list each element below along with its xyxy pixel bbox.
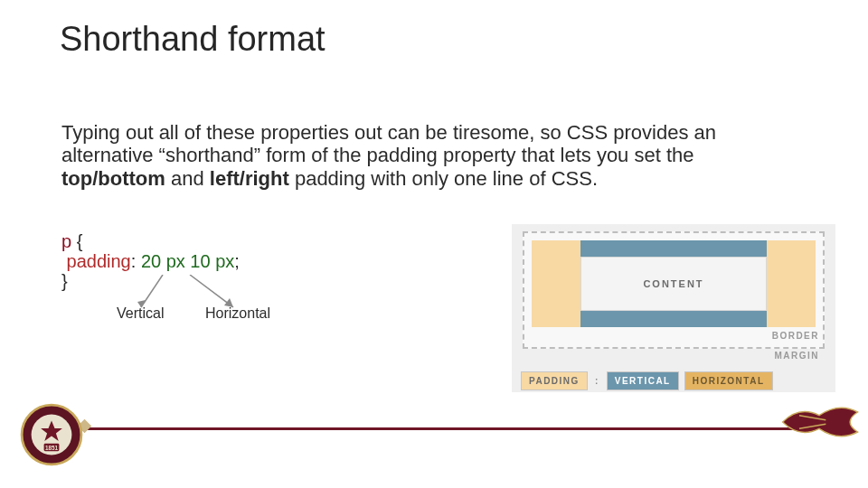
box-model-diagram: CONTENT BORDER MARGIN PADDING : VERTICAL… xyxy=(512,224,835,392)
paragraph-post: padding with only one line of CSS. xyxy=(289,167,598,190)
code-prop: padding xyxy=(67,251,131,271)
fsu-arrowhead-icon xyxy=(779,390,859,454)
label-border: BORDER xyxy=(772,331,819,341)
vertical-padding-bottom xyxy=(580,311,767,327)
legend-chip-vertical: VERTICAL xyxy=(607,371,679,390)
vertical-padding-top xyxy=(580,240,767,257)
paragraph-mid: and xyxy=(165,167,210,190)
code-close-brace: } xyxy=(61,271,68,291)
slide-title: Shorthand format xyxy=(60,20,326,59)
paragraph-bold-topbottom: top/bottom xyxy=(61,167,165,190)
legend-colon: : xyxy=(593,376,601,386)
code-value: 20 px 10 px xyxy=(141,251,234,271)
code-semicolon: ; xyxy=(234,251,240,271)
code-snippet: p { padding: 20 px 10 px; } xyxy=(61,231,240,291)
footer-divider xyxy=(83,427,794,430)
slide: Shorthand format Typing out all of these… xyxy=(0,0,868,488)
code-line-3: } xyxy=(61,271,240,291)
legend-chip-padding: PADDING xyxy=(521,371,588,390)
annotation-vertical: Vertical xyxy=(117,305,164,322)
legend: PADDING : VERTICAL HORIZONTAL xyxy=(521,371,826,390)
padding-box: CONTENT xyxy=(532,240,816,327)
paragraph-pre: Typing out all of these properties out c… xyxy=(61,121,716,166)
code-line-1: p { xyxy=(61,231,240,251)
legend-chip-horizontal: HORIZONTAL xyxy=(684,371,773,390)
code-line-2: padding: 20 px 10 px; xyxy=(61,251,240,271)
code-selector: p xyxy=(61,231,71,251)
annotation-horizontal: Horizontal xyxy=(205,305,270,322)
content-box: CONTENT xyxy=(580,257,767,311)
paragraph-bold-leftright: left/right xyxy=(210,167,289,190)
code-open-brace: { xyxy=(71,231,82,251)
seal-year: 1851 xyxy=(45,445,59,451)
label-margin: MARGIN xyxy=(774,351,819,361)
fsu-seal-icon: 1851 xyxy=(20,403,83,466)
code-colon: : xyxy=(131,251,141,271)
body-paragraph: Typing out all of these properties out c… xyxy=(61,121,785,190)
